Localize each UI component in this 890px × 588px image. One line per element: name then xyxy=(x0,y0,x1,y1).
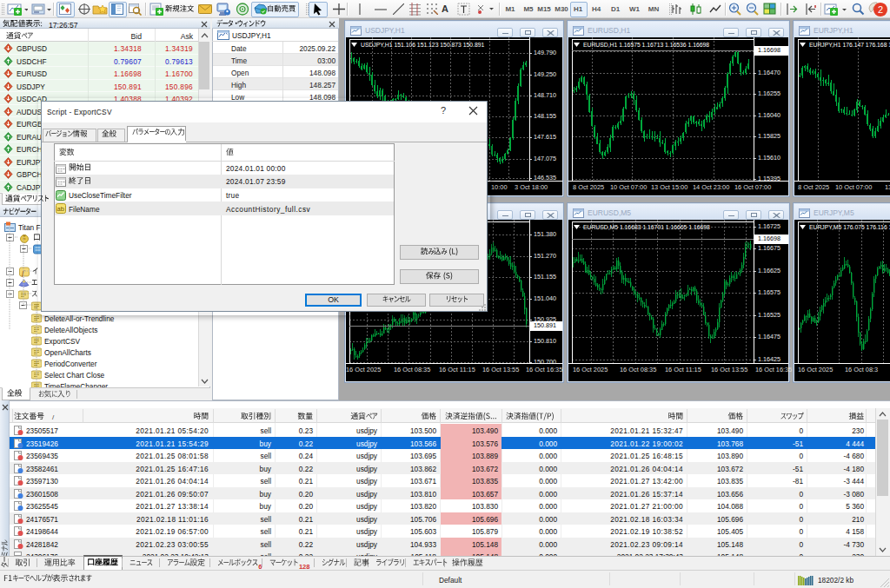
svg-text:2: 2 xyxy=(878,4,883,15)
svg-text:ab: ab xyxy=(57,205,64,213)
